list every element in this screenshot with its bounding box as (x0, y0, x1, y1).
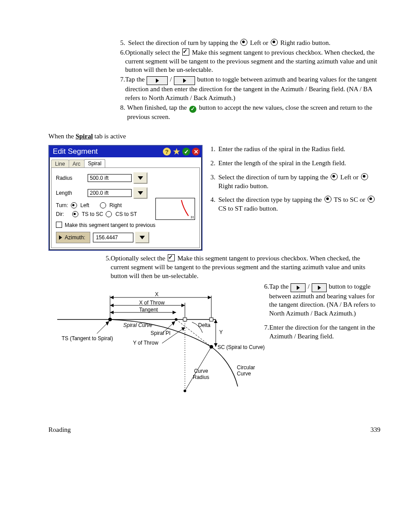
text: Left or (248, 39, 270, 46)
turn-right-radio[interactable] (100, 202, 106, 208)
diag-circ: Circular Curve (237, 364, 255, 377)
diag-curverad: Curve Radius (193, 368, 209, 380)
turn-right-label: Right (110, 202, 122, 208)
dialog-title: Edit Segment (53, 147, 98, 156)
diag-spiralpi: Spiral PI (151, 330, 170, 336)
azimuth-toggle-button[interactable]: Azimuth: (56, 232, 90, 243)
help-icon[interactable]: ? (163, 148, 171, 156)
spiral-step-2: 2.Enter the length of the spiral in the … (210, 159, 380, 168)
step-6: 6. Optionally select the Make this segme… (120, 48, 380, 74)
spiral-steps-cont: 6. Tap the / button to toggle between az… (264, 282, 380, 400)
tab-arc[interactable]: Arc (69, 160, 85, 168)
ok-icon: ✓ (189, 106, 196, 113)
length-dropdown[interactable] (133, 187, 147, 199)
footer-section: Roading (48, 426, 71, 434)
text: When finished, tap the (127, 104, 189, 111)
length-input[interactable] (88, 189, 132, 197)
step-7: 7. Tap the / button to toggle between az… (120, 75, 380, 103)
svg-point-17 (175, 318, 177, 321)
svg-rect-14 (210, 318, 213, 321)
step-number: 7. (120, 75, 125, 103)
footer-page-number: 339 (371, 426, 381, 434)
svg-marker-26 (181, 327, 185, 331)
length-label: Length (56, 190, 88, 196)
page-footer: Roading 339 (48, 426, 380, 434)
spiral-heading: When the Spiral tab is active (48, 132, 380, 141)
step-number: 6. (120, 48, 125, 74)
spiral-word: Spiral (76, 133, 93, 140)
edit-segment-dialog: Edit Segment ? ★ ✓ ✕ Line Arc Spiral Rad… (48, 145, 203, 251)
spiral-step-4: 4.Select the direction type by tapping t… (210, 196, 380, 213)
svg-marker-6 (181, 304, 185, 307)
text: Tap the (125, 76, 146, 83)
spiral-step-6: 6. Tap the / button to toggle between az… (264, 282, 380, 318)
text: Right radio button. (279, 39, 331, 46)
toggle-button-icon (147, 76, 168, 85)
tab-line[interactable]: Line (51, 160, 69, 168)
radio-icon (324, 196, 332, 203)
spiral-section: Edit Segment ? ★ ✓ ✕ Line Arc Spiral Rad… (48, 145, 380, 254)
dir-cs-label: CS to ST (115, 211, 137, 217)
radius-dropdown[interactable] (133, 172, 147, 184)
svg-rect-13 (183, 318, 187, 321)
diag-tangent: Tangent (139, 307, 158, 313)
toggle-button-icon (174, 76, 195, 85)
diag-ythrow: Y of Throw (133, 340, 158, 346)
dialog-body: Radius Length Turn: Left Right (51, 167, 200, 248)
chevron-down-icon (140, 236, 145, 239)
radio-icon (361, 173, 368, 180)
turn-label: Turn: (56, 202, 68, 208)
length-field: Length (56, 187, 195, 199)
svg-marker-3 (208, 296, 211, 299)
turn-group: Turn: Left Right (56, 202, 148, 208)
dir-cs-radio[interactable] (106, 211, 112, 217)
titlebar-buttons: ? ★ ✓ ✕ (163, 148, 200, 156)
plot-axis-label: H (191, 215, 194, 219)
svg-marker-8 (110, 311, 114, 314)
step-8: 8. When finished, tap the ✓ button to ac… (120, 104, 380, 122)
dialog-and-diagram: Edit Segment ? ★ ✓ ✕ Line Arc Spiral Rad… (48, 145, 203, 254)
triangle-right-icon (183, 78, 186, 83)
spiral-diagram: X X of Throw Tangent Delta Y Spiral Curv… (53, 285, 256, 400)
spiral-steps: 1.Enter the radius of the spiral in the … (210, 145, 380, 254)
triangle-right-icon (156, 78, 159, 83)
tangent-row: Make this segment tangent to previous (56, 222, 195, 228)
spiral-step-1: 1.Enter the radius of the spiral in the … (210, 145, 380, 154)
radius-input[interactable] (88, 174, 132, 182)
dir-label: Dir: (56, 211, 64, 217)
radio-icon (271, 39, 278, 46)
svg-marker-21 (214, 343, 217, 347)
dialog-titlebar: Edit Segment ? ★ ✓ ✕ (49, 146, 202, 157)
azimuth-row: Azimuth: 156.4447 (56, 232, 195, 243)
turn-left-radio[interactable] (71, 202, 77, 208)
page: 5. Select the direction of turn by tappi… (0, 0, 420, 460)
turn-left-label: Left (81, 202, 89, 208)
step-number: 8. (120, 104, 127, 122)
tangent-label: Make this segment tangent to previous (65, 222, 155, 228)
dir-ts-radio[interactable] (72, 211, 78, 217)
checkbox-icon (168, 254, 175, 261)
close-icon[interactable]: ✕ (192, 148, 200, 156)
text: Optionally select the (125, 49, 181, 56)
chevron-down-icon (138, 191, 143, 195)
azimuth-dropdown[interactable] (135, 232, 149, 243)
svg-marker-9 (173, 311, 176, 314)
radius-label: Radius (56, 175, 88, 181)
toggle-button-icon (291, 283, 306, 292)
favorite-icon[interactable]: ★ (173, 148, 181, 156)
tab-spiral[interactable]: Spiral (84, 159, 106, 167)
azimuth-value[interactable]: 156.4447 (93, 233, 133, 242)
radio-icon (368, 196, 375, 203)
triangle-right-icon (318, 286, 321, 290)
ok-icon[interactable]: ✓ (182, 148, 190, 156)
spiral-step-7: 7. Enter the direction for the tangent i… (264, 323, 380, 341)
spiral-preview-plot: H (155, 198, 195, 220)
step-5: 5. Select the direction of turn by tappi… (120, 39, 380, 48)
diag-delta: Delta (198, 322, 210, 328)
svg-marker-2 (110, 296, 114, 299)
diagram-row: X X of Throw Tangent Delta Y Spiral Curv… (48, 282, 380, 400)
toggle-button-icon (312, 283, 327, 292)
svg-marker-28 (106, 321, 109, 326)
triangle-right-icon (59, 235, 62, 240)
tangent-checkbox[interactable] (56, 222, 62, 228)
